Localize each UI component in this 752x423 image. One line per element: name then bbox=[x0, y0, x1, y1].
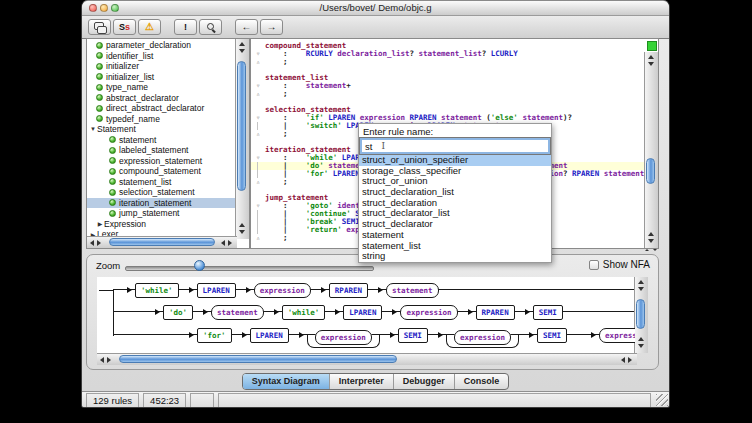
diagram-vertical-scrollbar[interactable] bbox=[634, 277, 648, 353]
tree-item-compound-statement[interactable]: compound_statement bbox=[87, 166, 236, 177]
diagram-node-expression[interactable]: expression bbox=[315, 330, 372, 345]
diagram-node-semi[interactable]: SEMI bbox=[537, 328, 567, 343]
tree-item-type-name[interactable]: type_name bbox=[87, 82, 236, 93]
scrollbar-arrow-icon[interactable] bbox=[97, 240, 101, 246]
scrollbar-thumb[interactable] bbox=[237, 61, 246, 191]
scrollbar-arrow-icon[interactable] bbox=[228, 240, 232, 246]
scrollbar-arrow-icon[interactable] bbox=[638, 337, 644, 341]
tree-item-initializer-list[interactable]: initializer_list bbox=[87, 72, 236, 83]
diagram-node-for[interactable]: 'for' bbox=[197, 328, 232, 343]
tree-item-labeled-statement[interactable]: labeled_statement bbox=[87, 145, 236, 156]
fold-gutter[interactable] bbox=[251, 210, 265, 218]
close-window-button[interactable] bbox=[89, 4, 97, 12]
code-line[interactable]: ▵ ; bbox=[251, 58, 645, 66]
scrollbar-thumb[interactable] bbox=[119, 355, 397, 363]
diagram-node-expression[interactable]: expression bbox=[599, 328, 635, 343]
fold-gutter[interactable] bbox=[251, 170, 265, 178]
tree-item-statement[interactable]: statement bbox=[87, 135, 236, 146]
fold-gutter[interactable] bbox=[251, 122, 265, 130]
tree-group-statement[interactable]: ▼Statement bbox=[87, 124, 236, 135]
syntax-coloring-button[interactable]: Ss bbox=[113, 19, 136, 35]
tree-horizontal-scrollbar[interactable] bbox=[87, 236, 237, 248]
tree-item-iteration-statement[interactable]: iteration_statement bbox=[87, 198, 236, 209]
tree-group-expression[interactable]: ▶Expression bbox=[87, 219, 236, 230]
find-button[interactable] bbox=[199, 19, 222, 35]
scrollbar-arrow-icon[interactable] bbox=[239, 49, 245, 53]
completion-item[interactable]: string bbox=[359, 251, 551, 262]
fold-gutter[interactable] bbox=[251, 226, 265, 234]
scrollbar-arrow-icon[interactable] bbox=[628, 357, 632, 363]
tree-vertical-scrollbar[interactable] bbox=[235, 39, 249, 239]
diagram-node-while[interactable]: 'while' bbox=[282, 305, 326, 320]
rule-name-input[interactable]: st I bbox=[360, 138, 550, 154]
diagram-node-rparen[interactable]: RPAREN bbox=[329, 283, 368, 298]
diagram-node-rparen[interactable]: RPAREN bbox=[476, 305, 515, 320]
diagram-horizontal-scrollbar[interactable] bbox=[97, 353, 637, 365]
fold-gutter[interactable]: ▵ bbox=[251, 234, 265, 242]
fold-gutter[interactable]: ▿ bbox=[251, 82, 265, 90]
window-titlebar[interactable]: /Users/bovet/ Demo/objc.g bbox=[82, 1, 669, 16]
scrollbar-arrow-icon[interactable] bbox=[221, 240, 225, 246]
scrollbar-arrow-icon[interactable] bbox=[239, 223, 245, 227]
code-line[interactable]: ▿ : RCURLY declaration_list? statement_l… bbox=[251, 50, 645, 58]
diagram-node-semi[interactable]: SEMI bbox=[533, 305, 563, 320]
rules-button[interactable] bbox=[88, 19, 111, 35]
tree-item-statement-list[interactable]: statement_list bbox=[87, 177, 236, 188]
diagram-node-lparen[interactable]: LPAREN bbox=[343, 305, 382, 320]
tree-item-direct-abstract-declarator[interactable]: direct_abstract_declarator bbox=[87, 103, 236, 114]
tree-item-typedef-name[interactable]: typedef_name bbox=[87, 114, 236, 125]
scrollbar-arrow-icon[interactable] bbox=[90, 240, 94, 246]
scrollbar-arrow-icon[interactable] bbox=[621, 357, 625, 363]
fold-gutter[interactable]: ▵ bbox=[251, 178, 265, 186]
tree-item-expression-statement[interactable]: expression_statement bbox=[87, 156, 236, 167]
diagram-node-while[interactable]: 'while' bbox=[135, 283, 179, 298]
warnings-button[interactable]: ⚠ bbox=[138, 19, 161, 35]
scrollbar-arrow-icon[interactable] bbox=[638, 344, 644, 348]
zoom-slider[interactable] bbox=[125, 266, 374, 271]
fold-gutter[interactable] bbox=[251, 218, 265, 226]
tree-item-jump-statement[interactable]: jump_statement bbox=[87, 208, 236, 219]
tab-syntax-diagram[interactable]: Syntax Diagram bbox=[243, 374, 329, 389]
scrollbar-arrow-icon[interactable] bbox=[239, 42, 245, 46]
diagram-node-semi[interactable]: SEMI bbox=[398, 328, 428, 343]
tree-item-selection-statement[interactable]: selection_statement bbox=[87, 187, 236, 198]
minimize-window-button[interactable] bbox=[100, 4, 108, 12]
fold-gutter[interactable]: ▵ bbox=[251, 58, 265, 66]
fold-gutter[interactable]: ▵ bbox=[251, 130, 265, 138]
scrollbar-arrow-icon[interactable] bbox=[648, 55, 654, 59]
code-line[interactable]: ▵ ; bbox=[251, 90, 645, 98]
tab-debugger[interactable]: Debugger bbox=[393, 374, 454, 389]
completion-item[interactable]: statement_list bbox=[359, 241, 551, 252]
diagram-node-expression[interactable]: expression bbox=[400, 305, 457, 320]
scrollbar-thumb[interactable] bbox=[109, 238, 215, 246]
back-button[interactable]: ← bbox=[235, 19, 258, 35]
scrollbar-arrow-icon[interactable] bbox=[648, 239, 654, 243]
disclosure-triangle-icon[interactable]: ▼ bbox=[89, 126, 97, 132]
tab-console[interactable]: Console bbox=[454, 374, 509, 389]
fold-gutter[interactable]: ▿ bbox=[251, 154, 265, 162]
show-nfa-checkbox[interactable] bbox=[589, 260, 599, 270]
tree-item-initializer[interactable]: initializer bbox=[87, 61, 236, 72]
check-grammar-button[interactable]: ! bbox=[174, 19, 197, 35]
scrollbar-arrow-icon[interactable] bbox=[648, 232, 654, 236]
fold-gutter[interactable]: ▿ bbox=[251, 114, 265, 122]
diagram-node-statement[interactable]: statement bbox=[211, 305, 264, 320]
completion-item[interactable]: statement bbox=[359, 230, 551, 241]
fold-gutter[interactable]: ▿ bbox=[251, 50, 265, 58]
tree-item-abstract-declarator[interactable]: abstract_declarator bbox=[87, 93, 236, 104]
disclosure-triangle-icon[interactable]: ▶ bbox=[96, 220, 104, 227]
diagram-node-expression[interactable]: expression bbox=[454, 330, 511, 345]
diagram-node-do[interactable]: 'do' bbox=[163, 305, 193, 320]
fold-gutter[interactable]: ▵ bbox=[251, 90, 265, 98]
zoom-window-button[interactable] bbox=[111, 4, 119, 12]
diagram-node-lparen[interactable]: LPAREN bbox=[250, 328, 289, 343]
diagram-node-lparen[interactable]: LPAREN bbox=[197, 283, 236, 298]
scrollbar-thumb[interactable] bbox=[636, 299, 645, 329]
forward-button[interactable]: → bbox=[260, 19, 283, 35]
diagram-node-statement[interactable]: statement bbox=[386, 283, 439, 298]
tab-interpreter[interactable]: Interpreter bbox=[329, 374, 393, 389]
fold-gutter[interactable] bbox=[251, 162, 265, 170]
tree-item-identifier-list[interactable]: identifier_list bbox=[87, 51, 236, 62]
scrollbar-arrow-icon[interactable] bbox=[638, 280, 644, 284]
scrollbar-thumb[interactable] bbox=[646, 158, 655, 184]
